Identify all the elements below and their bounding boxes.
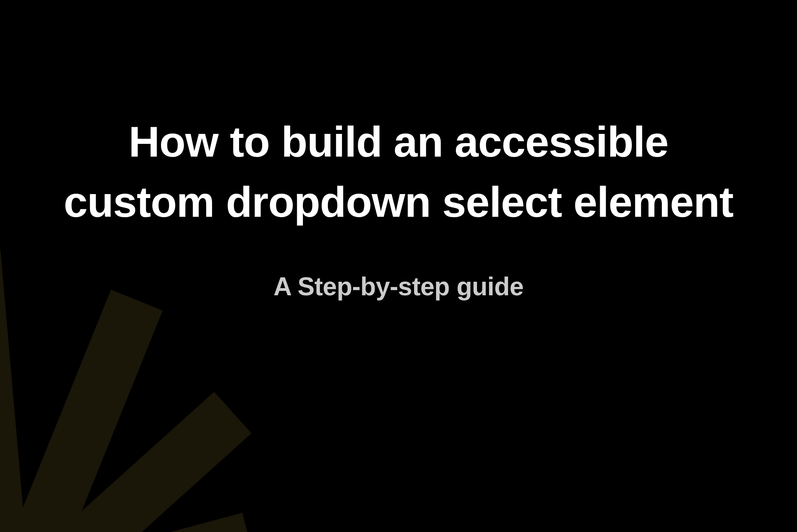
- slide-subtitle: A Step-by-step guide: [273, 272, 524, 301]
- slide-title: How to build an accessible custom dropdo…: [60, 112, 737, 232]
- slide-content: How to build an accessible custom dropdo…: [0, 0, 797, 532]
